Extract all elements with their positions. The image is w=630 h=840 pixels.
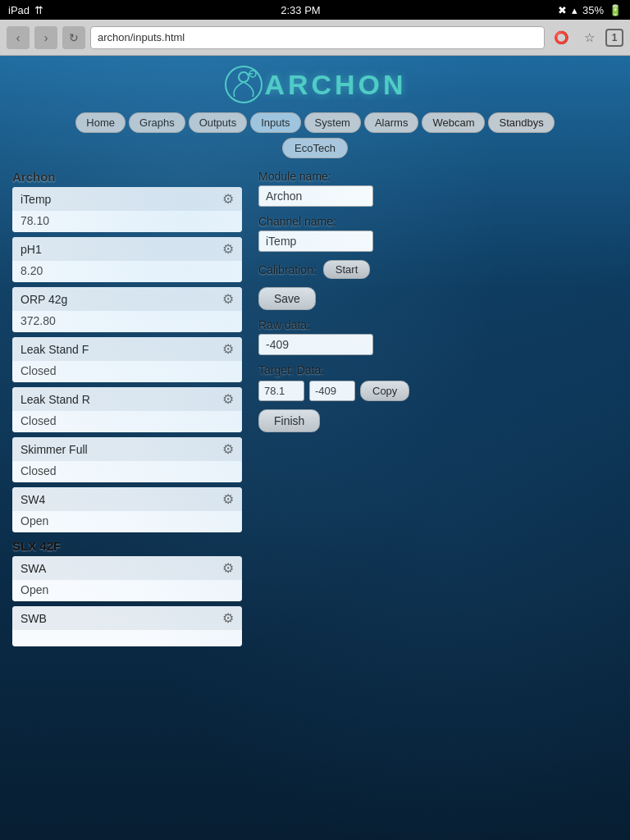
- device-name-ph1: pH1: [21, 243, 42, 256]
- nav-inputs[interactable]: Inputs: [250, 112, 300, 133]
- section-archon-title: Archon: [12, 170, 242, 184]
- device-value-orp: 372.80: [12, 311, 242, 332]
- wifi-icon: ⇈: [34, 4, 43, 16]
- device-header-leak-r[interactable]: Leak Stand R ⚙: [12, 387, 242, 411]
- data-input[interactable]: [309, 381, 355, 401]
- device-card-itemp: iTemp ⚙ 78.10: [12, 187, 242, 232]
- gear-icon-sw4[interactable]: ⚙: [222, 491, 234, 507]
- gear-icon-skimmer[interactable]: ⚙: [222, 441, 234, 457]
- module-name-label: Module name:: [258, 170, 618, 183]
- device-header-ph1[interactable]: pH1 ⚙: [12, 237, 242, 261]
- logo-icon: [223, 64, 264, 105]
- device-value-skimmer: Closed: [12, 461, 242, 482]
- channel-name-label: Channel name:: [258, 215, 618, 228]
- device-header-sw4[interactable]: SW4 ⚙: [12, 487, 242, 511]
- calibration-label: Calibration:: [258, 263, 317, 276]
- raw-data-label: Raw data:: [258, 318, 618, 331]
- gear-icon-swb[interactable]: ⚙: [222, 610, 234, 626]
- nav-bar: Home Graphs Outputs Inputs System Alarms…: [0, 109, 630, 136]
- tab-count[interactable]: 1: [605, 29, 623, 47]
- status-right: ✖ ▴ 35% 🔋: [558, 4, 622, 16]
- gear-icon-orp[interactable]: ⚙: [222, 291, 234, 307]
- logo-text: ARCHON: [264, 69, 406, 101]
- url-bar[interactable]: [90, 26, 545, 49]
- forward-button[interactable]: ›: [34, 26, 57, 49]
- status-left: iPad ⇈: [8, 4, 43, 16]
- nav-standbys[interactable]: Standbys: [488, 112, 554, 133]
- device-name-swb: SWB: [21, 612, 47, 625]
- main-content: ARCHON Home Graphs Outputs Inputs System…: [0, 56, 630, 840]
- nav-graphs[interactable]: Graphs: [129, 112, 185, 133]
- device-value-leak-f: Closed: [12, 361, 242, 382]
- device-card-leak-f: Leak Stand F ⚙ Closed: [12, 337, 242, 382]
- content-layout: Archon iTemp ⚙ 78.10 pH1 ⚙ 8.20 ORP 42g …: [0, 162, 630, 660]
- finish-button[interactable]: Finish: [258, 409, 320, 432]
- nav-system[interactable]: System: [304, 112, 361, 133]
- device-name-swa: SWA: [21, 562, 46, 575]
- left-panel: Archon iTemp ⚙ 78.10 pH1 ⚙ 8.20 ORP 42g …: [12, 170, 242, 651]
- device-header-itemp[interactable]: iTemp ⚙: [12, 187, 242, 211]
- device-header-orp[interactable]: ORP 42g ⚙: [12, 287, 242, 311]
- share-button[interactable]: ⭕: [550, 26, 573, 49]
- device-card-skimmer: Skimmer Full ⚙ Closed: [12, 437, 242, 482]
- device-value-itemp: 78.10: [12, 211, 242, 232]
- calibration-row: Calibration: Start: [258, 260, 618, 279]
- device-value-swa: Open: [12, 580, 242, 601]
- device-name-orp: ORP 42g: [21, 293, 67, 306]
- bluetooth-icon: ✖: [558, 4, 567, 16]
- device-card-ph1: pH1 ⚙ 8.20: [12, 237, 242, 282]
- raw-data-input[interactable]: [258, 334, 373, 355]
- device-card-leak-r: Leak Stand R ⚙ Closed: [12, 387, 242, 432]
- bookmark-button[interactable]: ☆: [578, 26, 600, 49]
- device-header-swb[interactable]: SWB ⚙: [12, 606, 242, 630]
- start-button[interactable]: Start: [323, 260, 370, 279]
- right-panel: Module name: Channel name: Calibration: …: [258, 170, 618, 651]
- nav-outputs[interactable]: Outputs: [189, 112, 248, 133]
- target-data-row: Copy: [258, 381, 618, 401]
- status-bar: iPad ⇈ 2:33 PM ✖ ▴ 35% 🔋: [0, 0, 630, 20]
- device-value-leak-r: Closed: [12, 411, 242, 432]
- device-header-skimmer[interactable]: Skimmer Full ⚙: [12, 437, 242, 461]
- battery-icon: 🔋: [609, 4, 622, 16]
- gear-icon-swa[interactable]: ⚙: [222, 560, 234, 576]
- time-label: 2:33 PM: [281, 4, 320, 16]
- nav-home[interactable]: Home: [75, 112, 126, 133]
- nav-webcam[interactable]: Webcam: [422, 112, 485, 133]
- copy-button[interactable]: Copy: [360, 381, 409, 401]
- save-button[interactable]: Save: [258, 287, 316, 310]
- svg-point-1: [239, 72, 249, 82]
- device-card-sw4: SW4 ⚙ Open: [12, 487, 242, 532]
- module-name-input[interactable]: [258, 185, 373, 207]
- device-name-itemp: iTemp: [21, 193, 51, 206]
- gear-icon-leak-f[interactable]: ⚙: [222, 341, 234, 357]
- target-input[interactable]: [258, 381, 304, 401]
- device-value-swb: [12, 630, 242, 646]
- device-card-swa: SWA ⚙ Open: [12, 556, 242, 601]
- back-button[interactable]: ‹: [7, 26, 30, 49]
- gear-icon-itemp[interactable]: ⚙: [222, 191, 234, 207]
- device-value-sw4: Open: [12, 511, 242, 532]
- device-name-leak-r: Leak Stand R: [21, 393, 90, 406]
- nav-alarms[interactable]: Alarms: [364, 112, 418, 133]
- gear-icon-leak-r[interactable]: ⚙: [222, 391, 234, 407]
- device-name-leak-f: Leak Stand F: [21, 343, 89, 356]
- channel-name-input[interactable]: [258, 231, 373, 252]
- nav-ecotech[interactable]: EcoTech: [282, 138, 348, 158]
- browser-chrome: ‹ › ↻ ⭕ ☆ 1: [0, 20, 630, 56]
- gear-icon-ph1[interactable]: ⚙: [222, 241, 234, 257]
- device-card-swb: SWB ⚙: [12, 606, 242, 646]
- logo-area: ARCHON: [0, 56, 630, 109]
- battery-label: 35%: [582, 4, 604, 16]
- device-header-swa[interactable]: SWA ⚙: [12, 556, 242, 580]
- device-name-sw4: SW4: [21, 493, 45, 506]
- section-slx-title: SLX 42F: [12, 539, 242, 553]
- carrier-label: iPad: [8, 4, 30, 16]
- target-data-label: Target: Data:: [258, 363, 618, 377]
- device-name-skimmer: Skimmer Full: [21, 443, 88, 456]
- refresh-button[interactable]: ↻: [62, 26, 85, 49]
- device-value-ph1: 8.20: [12, 261, 242, 282]
- device-header-leak-f[interactable]: Leak Stand F ⚙: [12, 337, 242, 361]
- signal-icon: ▴: [572, 4, 578, 16]
- device-card-orp: ORP 42g ⚙ 372.80: [12, 287, 242, 332]
